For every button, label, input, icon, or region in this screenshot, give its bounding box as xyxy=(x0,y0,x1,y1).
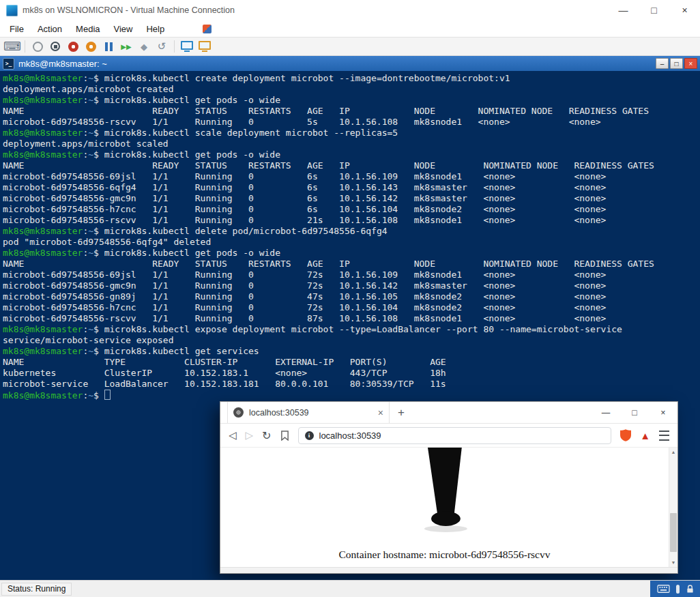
terminal-line: mk8s@mk8smaster:~$ microk8s.kubectl get … xyxy=(3,149,700,160)
toolbar: ⌨▶▶◆↺ xyxy=(0,37,700,56)
terminal-line: NAME READY STATUS RESTARTS AGE IP NODE N… xyxy=(3,106,700,117)
statusbar-indicators xyxy=(650,581,700,597)
terminal-line: microbot-6d97548556-rscvv 1/1 Running 0 … xyxy=(3,117,700,128)
menu-media[interactable]: Media xyxy=(69,20,106,37)
scrollbar-track[interactable] xyxy=(669,456,677,558)
menu-extra-icon xyxy=(203,25,212,33)
terminal-cursor xyxy=(104,390,111,400)
menu-help[interactable]: Help xyxy=(139,20,171,37)
ctrl-alt-del-icon[interactable]: ⌨ xyxy=(4,38,20,55)
terminal-minimize-button[interactable]: – xyxy=(656,58,669,69)
close-button[interactable]: × xyxy=(669,0,700,20)
window-title: mk8s on WSLNOMICRON - Virtual Machine Co… xyxy=(23,5,235,15)
browser-minimize-button[interactable]: — xyxy=(592,402,620,423)
terminal-line: NAME TYPE CLUSTER-IP EXTERNAL-IP PORT(S)… xyxy=(3,357,700,368)
browser-maximize-button[interactable]: □ xyxy=(620,402,649,423)
forward-button[interactable]: ▷ xyxy=(246,429,254,441)
terminal-line: kubernetes ClusterIP 10.152.183.1 <none>… xyxy=(3,368,700,379)
back-button[interactable]: ◁ xyxy=(229,429,237,441)
menubar: File Action Media View Help xyxy=(0,20,700,37)
browser-content: Container hostname: microbot-6d97548556-… xyxy=(220,448,677,567)
browser-bottom-strip xyxy=(220,567,677,573)
browser-navbar: ◁ ▷ ↻ i localhost:30539 ▲ xyxy=(220,424,677,448)
brave-shield-icon[interactable] xyxy=(620,429,631,441)
terminal-line: deployment.apps/microbot created xyxy=(3,84,700,95)
terminal-line: microbot-6d97548556-6qfg4 1/1 Running 0 … xyxy=(3,182,700,193)
terminal-line: mk8s@mk8smaster:~$ xyxy=(3,390,700,401)
status-badge: Status: Running xyxy=(1,583,72,596)
scroll-up-icon[interactable]: ▲ xyxy=(671,448,676,456)
browser-window: localhost:30539 × + — □ × ◁ ▷ ↻ i localh… xyxy=(220,401,678,574)
container-hostname-text: Container hostname: microbot-6d97548556-… xyxy=(220,549,669,561)
terminal-line: mk8s@mk8smaster:~$ microk8s.kubectl get … xyxy=(3,95,700,106)
terminal-line: mk8s@mk8smaster:~$ microk8s.kubectl get … xyxy=(3,248,700,259)
site-info-icon[interactable]: i xyxy=(305,431,314,440)
pause-icon[interactable] xyxy=(100,38,117,55)
maximize-button[interactable]: □ xyxy=(639,0,669,20)
menu-view[interactable]: View xyxy=(107,20,140,37)
terminal-line: microbot-6d97548556-69jsl 1/1 Running 0 … xyxy=(3,171,700,182)
tab-title: localhost:30539 xyxy=(249,408,373,418)
terminal-line: microbot-6d97548556-69jsl 1/1 Running 0 … xyxy=(3,270,700,280)
terminal-line: microbot-6d97548556-gn89j 1/1 Running 0 … xyxy=(3,291,700,302)
revert-icon[interactable]: ↺ xyxy=(154,38,170,55)
terminal-line: microbot-6d97548556-gmc9n 1/1 Running 0 … xyxy=(3,193,700,204)
browser-close-button[interactable]: × xyxy=(649,402,677,423)
vmconnect-window: mk8s on WSLNOMICRON - Virtual Machine Co… xyxy=(0,0,700,597)
terminal-close-button[interactable]: × xyxy=(684,58,697,69)
shutdown-icon[interactable] xyxy=(65,38,81,55)
reload-button[interactable]: ↻ xyxy=(262,429,271,442)
browser-menu-icon[interactable] xyxy=(659,431,669,441)
tab-close-icon[interactable]: × xyxy=(378,407,383,418)
checkpoint-icon[interactable]: ◆ xyxy=(136,38,152,55)
terminal-line: NAME READY STATUS RESTARTS AGE IP NODE N… xyxy=(3,259,700,270)
enhanced-session-icon[interactable] xyxy=(179,38,195,55)
terminal-line: mk8s@mk8smaster:~$ microk8s.kubectl expo… xyxy=(3,324,700,335)
terminal-maximize-button[interactable]: □ xyxy=(670,58,683,69)
browser-scrollbar[interactable]: ▲ ▼ xyxy=(669,448,677,567)
browser-tab[interactable]: localhost:30539 × xyxy=(227,402,390,423)
new-tab-button[interactable]: + xyxy=(390,402,413,423)
terminal-line: microbot-6d97548556-rscvv 1/1 Running 0 … xyxy=(3,313,700,324)
minimize-button[interactable]: — xyxy=(608,0,639,20)
keyboard-indicator-icon[interactable] xyxy=(657,585,670,593)
terminal-line: mk8s@mk8smaster:~$ microk8s.kubectl scal… xyxy=(3,128,700,139)
terminal-line: NAME READY STATUS RESTARTS AGE IP NODE N… xyxy=(3,160,700,171)
address-bar[interactable]: i localhost:30539 xyxy=(298,427,612,444)
terminal-line: mk8s@mk8smaster:~$ microk8s.kubectl get … xyxy=(3,346,700,357)
window-controls: — □ × xyxy=(608,0,700,20)
brave-rewards-icon[interactable]: ▲ xyxy=(640,430,650,441)
scroll-down-icon[interactable]: ▼ xyxy=(671,558,676,567)
terminal-titlebar[interactable]: >_ mk8s@mk8smaster: ~ – □ × xyxy=(0,56,700,71)
toolbar-separator xyxy=(25,40,25,53)
toolbar-separator xyxy=(174,40,175,53)
terminal-line: mk8s@mk8smaster:~$ microk8s.kubectl dele… xyxy=(3,226,700,237)
save-icon[interactable] xyxy=(83,38,99,55)
address-url: localhost:30539 xyxy=(319,431,381,441)
terminal-icon: >_ xyxy=(3,58,14,70)
titlebar: mk8s on WSLNOMICRON - Virtual Machine Co… xyxy=(0,0,700,20)
menu-action[interactable]: Action xyxy=(31,20,69,37)
terminal-line: mk8s@mk8smaster:~$ microk8s.kubectl crea… xyxy=(3,73,700,84)
hyperv-app-icon xyxy=(6,5,18,16)
reset-icon[interactable]: ▶▶ xyxy=(118,38,134,55)
browser-window-controls: — □ × xyxy=(592,402,677,423)
turn-off-icon[interactable] xyxy=(47,38,63,55)
terminal-line: service/microbot-service exposed xyxy=(3,335,700,346)
terminal-line: microbot-6d97548556-h7cnc 1/1 Running 0 … xyxy=(3,302,700,313)
terminal-title: mk8s@mk8smaster: ~ xyxy=(18,59,107,69)
lock-icon[interactable] xyxy=(686,585,694,594)
start-icon[interactable] xyxy=(29,38,46,55)
terminal-window-controls: – □ × xyxy=(656,58,697,69)
bookmark-icon[interactable] xyxy=(280,431,289,441)
terminal-line: microbot-6d97548556-h7cnc 1/1 Running 0 … xyxy=(3,204,700,215)
share-icon[interactable] xyxy=(196,38,213,55)
terminal-line: microbot-service LoadBalancer 10.152.183… xyxy=(3,379,700,390)
menu-file[interactable]: File xyxy=(3,20,31,37)
browser-tabbar: localhost:30539 × + — □ × xyxy=(220,402,677,424)
scrollbar-thumb[interactable] xyxy=(670,513,677,552)
terminal-line: deployment.apps/microbot scaled xyxy=(3,139,700,149)
tab-favicon-icon xyxy=(233,407,244,418)
terminal-line: microbot-6d97548556-gmc9n 1/1 Running 0 … xyxy=(3,280,700,291)
usb-indicator-icon[interactable] xyxy=(676,585,680,594)
